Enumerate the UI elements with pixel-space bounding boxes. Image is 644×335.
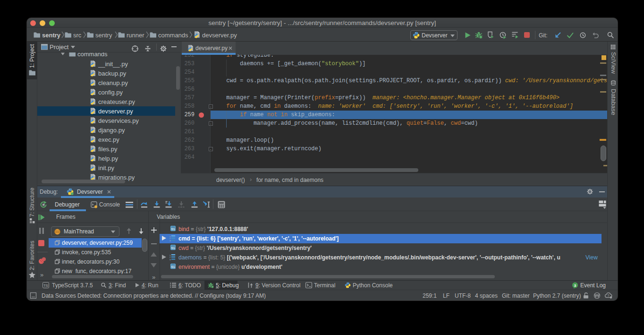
svg-text:3: 3 (574, 283, 576, 288)
svg-text:TS: TS (43, 283, 48, 288)
svg-text:?: ? (608, 294, 610, 297)
